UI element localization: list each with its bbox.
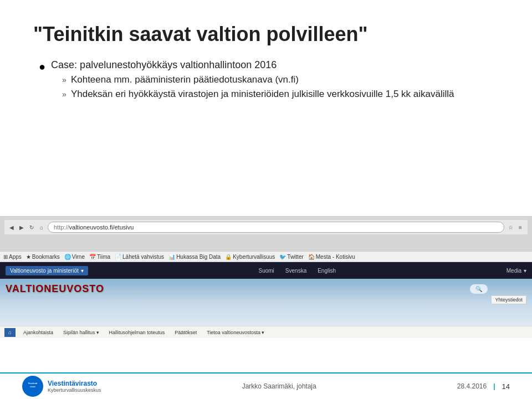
toolbar-bookmarks[interactable]: ★ Bookmarks <box>26 254 60 260</box>
star-icon: ★ <box>26 254 31 260</box>
site-nav-center: Suomi Svenska English <box>99 268 495 274</box>
toolbar-twitter[interactable]: 🐦 Twitter <box>279 254 303 260</box>
presenter-name: Jarkko Saarimäki, johtaja <box>242 382 316 390</box>
kyber-label: Kyberturvallisuus <box>233 254 275 260</box>
logo-icon: Viestintä virasto <box>22 376 43 397</box>
subnav-item-3[interactable]: Hallitusohjelman toteutus <box>105 329 170 336</box>
virne-icon: 🌐 <box>64 254 71 260</box>
footer-divider: | <box>493 382 495 390</box>
subnav-home-button[interactable]: ⌂ <box>4 328 16 337</box>
sub-bullet-text-1: Kohteena mm. pääministerin päätiedotuska… <box>71 74 299 85</box>
logo-sub-text: Kyberturvallisuuskeskus <box>48 387 101 393</box>
logo-text-block: Viestintävirasto Kyberturvallisuuskeskus <box>48 380 101 393</box>
kyber-icon: 🔒 <box>225 254 232 260</box>
menu-button[interactable]: ≡ <box>516 223 524 231</box>
laheta-label: Lähetä vahvistus <box>122 254 164 260</box>
sub-bullet-marker-2: » <box>62 90 66 99</box>
footer-presenter: Jarkko Saarimäki, johtaja <box>242 382 316 390</box>
nav-link-suomi[interactable]: Suomi <box>258 268 274 274</box>
subnav-label-1: Ajankohtaista <box>23 330 53 335</box>
browser-chrome: ◀ ▶ ↻ ⌂ http:// valtioneuvosto.fi/etusiv… <box>0 217 532 251</box>
browser-nav-row: ◀ ▶ ↻ ⌂ http:// valtioneuvosto.fi/etusiv… <box>4 220 528 234</box>
toolbar-kyber[interactable]: 🔒 Kyberturvallisuus <box>225 254 275 260</box>
site-logo: VALTIONEUVOSTO <box>6 283 104 295</box>
media-arrow: ▾ <box>524 268 526 274</box>
search-icon: 🔍 <box>475 286 482 292</box>
site-nav-right[interactable]: Media ▾ <box>507 268 526 274</box>
sub-bullet-text-2: Yhdeksän eri hyökkäystä virastojen ja mi… <box>71 89 454 100</box>
bigdata-icon: 📊 <box>168 254 175 260</box>
subnav-item-2[interactable]: Sipilän hallitus ▾ <box>59 329 104 336</box>
browser-screenshot: ◀ ▶ ↻ ⌂ http:// valtioneuvosto.fi/etusiv… <box>0 216 532 342</box>
browser-toolbar: ⊞ Apps ★ Bookmarks 🌐 Virne 📅 Tiima 📄 Läh… <box>0 251 532 262</box>
subnav-item-5[interactable]: Tietoa valtioneuvostosta ▾ <box>202 329 269 336</box>
forward-button[interactable]: ▶ <box>18 223 25 231</box>
subnav-item-4[interactable]: Päätökset <box>170 329 201 336</box>
apps-grid-icon: ⊞ <box>3 254 8 260</box>
subnav-label-2: Sipilän hallitus <box>63 330 95 335</box>
toolbar-tiima[interactable]: 📅 Tiima <box>89 254 110 260</box>
toolbar-bigdata[interactable]: 📊 Hukassa Big Data <box>168 254 221 260</box>
subnav-label-5: Tietoa valtioneuvostosta <box>207 330 260 335</box>
nav-dropdown-label: Valtioneuvosto ja ministeriöt <box>10 268 79 274</box>
bigdata-label: Hukassa Big Data <box>176 254 221 260</box>
site-hero: VALTIONEUVOSTO 🔍 Yhteystiedot <box>0 279 532 326</box>
address-protocol: http:// <box>54 224 69 231</box>
slide-footer: Viestintä virasto Viestintävirasto Kyber… <box>0 372 532 399</box>
toolbar-mesta[interactable]: 🏠 Mesta - Kotisivu <box>308 254 355 260</box>
mesta-icon: 🏠 <box>308 254 315 260</box>
laheta-icon: 📄 <box>115 254 121 260</box>
media-label: Media <box>507 268 521 274</box>
slide-content: "Teinitkin saavat valtion polvilleen" ● … <box>0 0 532 216</box>
subnav-item-1[interactable]: Ajankohtaista <box>19 329 58 336</box>
toolbar-laheta[interactable]: 📄 Lähetä vahvistus <box>115 254 164 260</box>
site-search[interactable]: 🔍 <box>470 284 488 294</box>
subnav-label-4: Päätökset <box>175 330 197 335</box>
toolbar-virne[interactable]: 🌐 Virne <box>64 254 85 260</box>
nav-link-svenska[interactable]: Svenska <box>285 268 306 274</box>
nav-dropdown-arrow: ▾ <box>81 268 84 274</box>
sub-bullet-item-2: » Yhdeksän eri hyökkäystä virastojen ja … <box>62 89 454 100</box>
sub-bullet-list: » Kohteena mm. pääministerin päätiedotus… <box>51 74 454 100</box>
back-button[interactable]: ◀ <box>8 223 16 231</box>
bullet-dot-1: ● <box>39 60 45 73</box>
address-url: valtioneuvosto.fi/etusivu <box>69 224 134 231</box>
address-bar[interactable]: http:// valtioneuvosto.fi/etusivu <box>48 222 504 233</box>
bullet-text-1: Case: palvelunestohyökkäys valtionhallin… <box>51 59 277 70</box>
tiima-label: Tiima <box>97 254 110 260</box>
contact-button[interactable]: Yhteystiedot <box>491 295 526 304</box>
subnav-arrow-5: ▾ <box>262 330 264 335</box>
star-button[interactable]: ☆ <box>507 223 514 231</box>
footer-right: 28.4.2016 | 14 <box>457 382 510 391</box>
apps-label: Apps <box>9 254 22 260</box>
slide-title: "Teinitkin saavat valtion polvilleen" <box>33 22 499 46</box>
nav-link-english[interactable]: English <box>318 268 336 274</box>
bookmarks-label: Bookmarks <box>32 254 60 260</box>
subnav-arrow-2: ▾ <box>96 330 99 335</box>
twitter-icon: 🐦 <box>279 254 286 260</box>
refresh-button[interactable]: ↻ <box>28 223 35 231</box>
home-button[interactable]: ⌂ <box>38 223 45 231</box>
tiima-icon: 📅 <box>89 254 96 260</box>
site-nav-left[interactable]: Valtioneuvosto ja ministeriöt ▾ <box>6 266 88 275</box>
twitter-label: Twitter <box>287 254 303 260</box>
site-header: Valtioneuvosto ja ministeriöt ▾ Suomi Sv… <box>0 262 532 279</box>
subnav-label-3: Hallitusohjelman toteutus <box>109 330 165 335</box>
sub-bullet-marker-1: » <box>62 75 66 84</box>
toolbar-apps[interactable]: ⊞ Apps <box>3 254 22 260</box>
sub-bullet-item-1: » Kohteena mm. pääministerin päätiedotus… <box>62 74 454 85</box>
svg-text:virasto: virasto <box>30 386 35 388</box>
virne-label: Virne <box>72 254 85 260</box>
logo-main-text: Viestintävirasto <box>48 380 101 387</box>
website-mockup: Valtioneuvosto ja ministeriöt ▾ Suomi Sv… <box>0 262 532 343</box>
svg-text:Viestintä: Viestintä <box>28 382 38 385</box>
mesta-label: Mesta - Kotisivu <box>316 254 355 260</box>
site-subnav: ⌂ Ajankohtaista Sipilän hallitus ▾ Halli… <box>0 326 532 338</box>
footer-page-number: 14 <box>502 382 510 391</box>
footer-date: 28.4.2016 <box>457 382 487 390</box>
bullet-item-1: ● Case: palvelunestohyökkäys valtionhall… <box>39 59 499 103</box>
footer-logo: Viestintä virasto Viestintävirasto Kyber… <box>22 376 101 397</box>
bullet-list: ● Case: palvelunestohyökkäys valtionhall… <box>33 59 499 103</box>
